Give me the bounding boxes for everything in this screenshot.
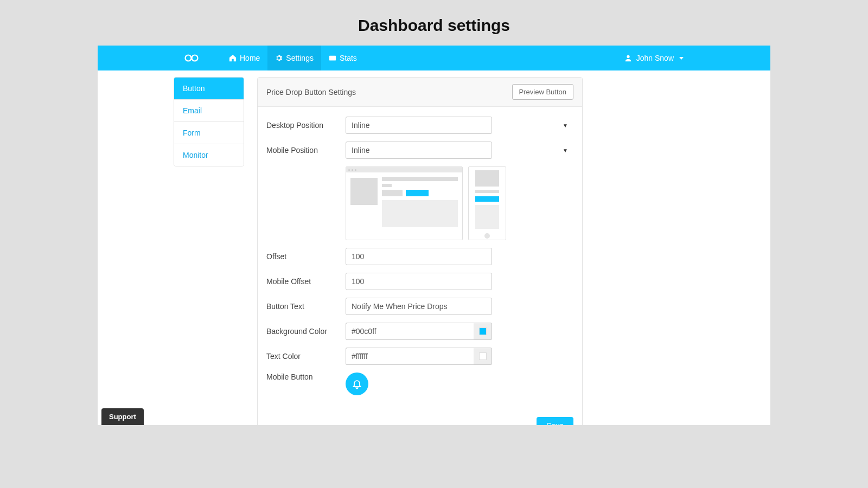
label-offset: Offset — [266, 252, 346, 261]
user-name: John Snow — [636, 54, 674, 62]
mobile-button-preview — [346, 373, 368, 395]
background-color-input[interactable] — [346, 323, 474, 340]
text-color-swatch — [479, 352, 487, 360]
user-menu[interactable]: John Snow — [624, 54, 760, 62]
page-title: Dashboard settings — [0, 0, 868, 46]
mobile-preview — [468, 166, 506, 240]
sidebar-item-button[interactable]: Button — [174, 78, 244, 100]
gear-icon — [275, 54, 283, 62]
background-color-swatch — [479, 328, 487, 335]
nav-settings-label: Settings — [286, 54, 314, 62]
label-button-text: Button Text — [266, 302, 346, 311]
text-color-picker[interactable] — [474, 348, 492, 365]
home-icon — [229, 54, 237, 62]
mobile-position-select[interactable] — [346, 142, 492, 159]
label-mobile-button: Mobile Button — [266, 373, 346, 381]
settings-sidebar: Button Email Form Monitor — [174, 77, 244, 166]
settings-panel: Price Drop Button Settings Preview Butto… — [257, 77, 583, 425]
svg-rect-2 — [329, 56, 336, 61]
nav-home-label: Home — [240, 54, 260, 62]
nav-stats-label: Stats — [340, 54, 357, 62]
desktop-position-select[interactable] — [346, 117, 492, 134]
sidebar-item-form[interactable]: Form — [174, 122, 244, 144]
text-color-input[interactable] — [346, 348, 474, 365]
nav-stats[interactable]: Stats — [321, 46, 365, 70]
svg-point-3 — [627, 55, 629, 58]
offset-input[interactable] — [346, 248, 492, 265]
label-mobile-offset: Mobile Offset — [266, 277, 346, 286]
label-desktop-position: Desktop Position — [266, 121, 346, 130]
logo[interactable] — [108, 54, 205, 62]
label-text-color: Text Color — [266, 352, 346, 361]
chevron-down-icon — [679, 57, 684, 60]
label-mobile-position: Mobile Position — [266, 146, 346, 155]
chevron-down-icon: ▼ — [563, 123, 568, 129]
background-color-picker[interactable] — [474, 323, 492, 340]
svg-point-0 — [186, 55, 192, 61]
goggles-icon — [184, 54, 199, 62]
sidebar-item-monitor[interactable]: Monitor — [174, 144, 244, 166]
nav-home[interactable]: Home — [221, 46, 267, 70]
button-text-input[interactable] — [346, 298, 492, 315]
desktop-preview — [346, 166, 463, 240]
bell-icon — [352, 378, 362, 389]
user-icon — [624, 54, 632, 62]
position-preview — [346, 166, 573, 240]
chevron-down-icon: ▼ — [563, 147, 568, 153]
save-button[interactable]: Save — [537, 417, 573, 425]
stats-icon — [329, 54, 336, 62]
svg-point-1 — [192, 55, 198, 61]
preview-button[interactable]: Preview Button — [512, 84, 573, 100]
nav-settings[interactable]: Settings — [267, 46, 321, 70]
top-nav: Home Settings Stats John Snow — [98, 46, 770, 70]
sidebar-item-email[interactable]: Email — [174, 100, 244, 122]
support-tab[interactable]: Support — [101, 408, 144, 425]
panel-title: Price Drop Button Settings — [266, 88, 356, 97]
label-background-color: Background Color — [266, 327, 346, 336]
mobile-offset-input[interactable] — [346, 273, 492, 290]
app-window: Home Settings Stats John Snow — [98, 46, 770, 425]
